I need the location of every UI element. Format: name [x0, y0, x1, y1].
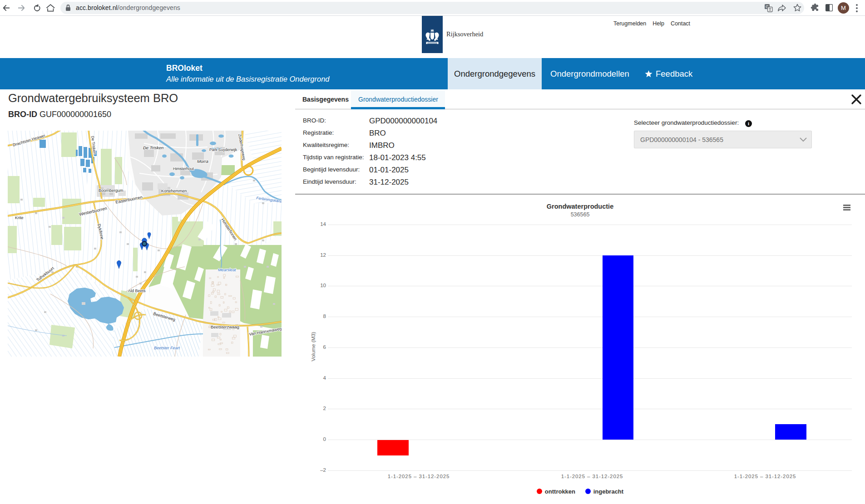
svg-text:Beetster Feart: Beetster Feart: [154, 346, 180, 350]
svg-text:Boornbergum: Boornbergum: [99, 188, 124, 193]
svg-text:Mearsleat: Mearsleat: [218, 268, 236, 272]
svg-text:Kortehemmen: Kortehemmen: [161, 189, 187, 193]
svg-text:Krite: Krite: [15, 215, 24, 220]
svg-text:Park Suyderwijk: Park Suyderwijk: [209, 147, 237, 152]
svg-text:Ald Beets: Ald Beets: [128, 289, 146, 293]
svg-text:Himsterhout: Himsterhout: [173, 166, 194, 171]
svg-text:Beetsterzwaag: Beetsterzwaag: [211, 324, 239, 329]
svg-text:De Trisken: De Trisken: [143, 145, 163, 150]
svg-text:Morra: Morra: [197, 159, 208, 164]
